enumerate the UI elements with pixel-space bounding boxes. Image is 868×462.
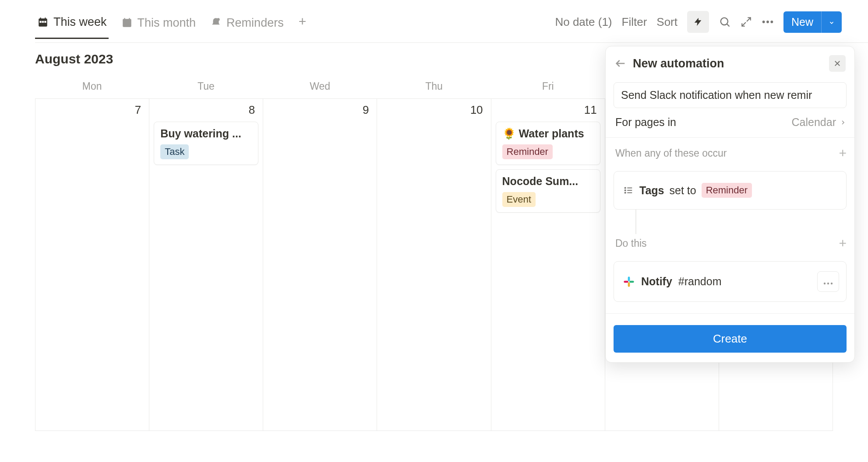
svg-line-11 [727, 24, 730, 27]
day-number: 11 [584, 103, 597, 117]
add-trigger-button[interactable]: + [839, 146, 847, 161]
lightning-icon [693, 16, 703, 28]
ellipsis-icon [823, 282, 833, 285]
tab-reminders[interactable]: Reminders [208, 12, 286, 38]
automation-name-input[interactable]: Send Slack notification when new remir [614, 82, 847, 108]
calendar-cell[interactable]: 10 [377, 99, 491, 431]
svg-point-12 [762, 21, 765, 23]
svg-point-13 [766, 21, 769, 23]
calendar-cell[interactable]: 7 [35, 99, 149, 431]
tab-reminders-label: Reminders [226, 16, 284, 30]
day-header: Mon [35, 80, 149, 98]
calendar-cell[interactable]: 8 Buy watering ... Task [149, 99, 263, 431]
slack-icon [623, 276, 635, 288]
for-pages-label: For pages in [615, 116, 792, 129]
action-menu-button[interactable] [817, 271, 839, 292]
svg-point-9 [217, 18, 220, 21]
day-number: 8 [249, 103, 255, 117]
trigger-operator: set to [670, 184, 696, 197]
action-name: Notify [641, 275, 672, 288]
event-card[interactable]: Nocode Sum... Event [496, 169, 600, 213]
svg-rect-2 [42, 21, 44, 22]
day-number: 10 [470, 103, 483, 117]
event-tag: Event [502, 192, 536, 207]
svg-rect-4 [40, 18, 41, 19]
close-button[interactable] [829, 55, 846, 72]
svg-point-29 [827, 283, 829, 284]
new-button-dropdown[interactable] [821, 11, 842, 33]
event-title: Buy watering ... [160, 127, 252, 140]
svg-point-14 [770, 21, 773, 23]
panel-title: New automation [633, 57, 823, 70]
no-date-button[interactable]: No date (1) [555, 15, 612, 29]
event-title: 🌻 Water plants [502, 127, 594, 140]
day-number: 9 [363, 103, 369, 117]
svg-point-19 [625, 190, 626, 191]
calendar-week-icon [37, 17, 49, 28]
expand-button[interactable] [741, 16, 752, 28]
new-button[interactable]: New [783, 11, 842, 33]
automation-panel: New automation Send Slack notification w… [605, 46, 855, 363]
day-header: Tue [149, 80, 263, 98]
back-arrow-icon[interactable] [614, 57, 627, 70]
calendar-month-icon [121, 17, 133, 28]
search-button[interactable] [719, 16, 731, 28]
day-header: Fri [491, 80, 605, 98]
event-tag: Reminder [502, 144, 553, 159]
automation-button[interactable] [687, 11, 709, 33]
trigger-section-label: When any of these occur [615, 147, 839, 159]
for-pages-value[interactable]: Calendar [792, 116, 836, 129]
event-tag: Task [160, 144, 189, 159]
new-button-label[interactable]: New [783, 11, 821, 33]
flow-connector [635, 210, 636, 234]
tab-this-week[interactable]: This week [35, 11, 109, 39]
svg-point-10 [721, 18, 728, 25]
add-action-button[interactable]: + [839, 236, 847, 251]
svg-rect-3 [44, 21, 46, 22]
svg-rect-27 [624, 280, 628, 283]
sort-button[interactable]: Sort [656, 15, 677, 29]
filter-button[interactable]: Filter [622, 15, 647, 29]
ellipsis-icon [762, 20, 774, 24]
trigger-card[interactable]: Tags set to Reminder [614, 171, 847, 210]
trigger-value-tag: Reminder [702, 183, 752, 198]
close-icon [833, 60, 841, 67]
expand-icon [741, 16, 752, 28]
svg-point-20 [625, 192, 626, 193]
create-button[interactable]: Create [614, 325, 847, 353]
chevron-down-icon [828, 20, 836, 26]
event-card[interactable]: 🌻 Water plants Reminder [496, 122, 600, 165]
action-section-label: Do this [615, 238, 839, 249]
action-card[interactable]: Notify #random [614, 261, 847, 302]
action-channel: #random [678, 275, 722, 288]
tab-this-week-label: This week [53, 15, 107, 29]
svg-rect-25 [629, 280, 634, 283]
event-title: Nocode Sum... [502, 175, 594, 188]
tab-this-month[interactable]: This month [119, 12, 198, 38]
svg-rect-6 [123, 19, 131, 27]
tab-this-month-label: This month [138, 16, 196, 30]
list-icon [623, 186, 634, 195]
svg-rect-26 [628, 282, 630, 287]
bell-icon [210, 17, 222, 28]
add-view-button[interactable]: + [296, 14, 309, 36]
search-icon [719, 16, 731, 28]
svg-rect-5 [45, 18, 46, 19]
calendar-cell[interactable]: 11 🌻 Water plants Reminder Nocode Sum...… [491, 99, 605, 431]
trigger-property: Tags [639, 184, 664, 197]
svg-rect-8 [129, 18, 130, 20]
day-header: Wed [263, 80, 377, 98]
svg-rect-7 [124, 18, 125, 20]
day-header: Thu [377, 80, 491, 98]
calendar-cell[interactable]: 9 [263, 99, 377, 431]
svg-rect-24 [628, 276, 630, 281]
svg-point-18 [625, 187, 626, 188]
svg-point-30 [831, 283, 833, 284]
svg-point-28 [824, 283, 826, 284]
chevron-right-icon[interactable] [840, 118, 847, 127]
day-number: 7 [135, 103, 141, 117]
event-card[interactable]: Buy watering ... Task [154, 122, 258, 165]
more-button[interactable] [762, 20, 774, 24]
emoji-icon: 🌻 [502, 127, 519, 140]
svg-rect-1 [39, 21, 41, 22]
